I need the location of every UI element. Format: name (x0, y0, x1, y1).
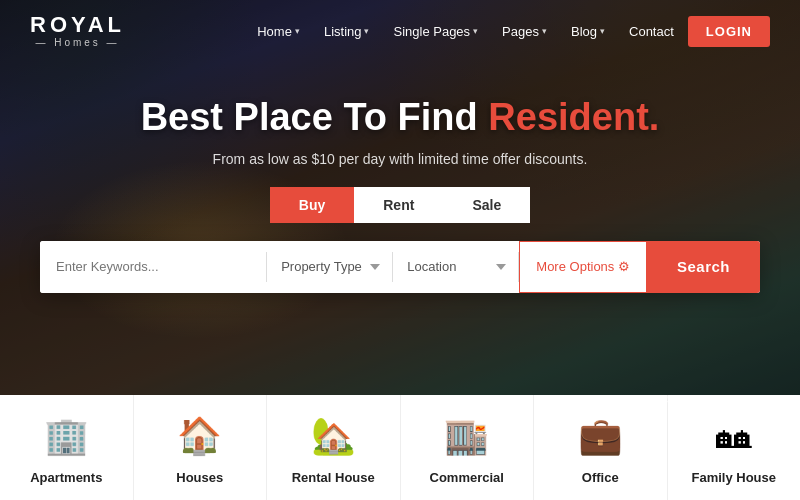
houses-icon: 🏠 (174, 410, 226, 462)
category-cards: 🏢 Apartments 🏠 Houses 🏡 Rental House 🏬 C… (0, 395, 800, 500)
search-bar: Property Type Location More Options ⚙ Se… (40, 241, 760, 293)
hero-title-accent: Resident. (488, 96, 659, 138)
hero-content: Best Place To Find Resident. From as low… (0, 95, 800, 293)
chevron-down-icon: ▾ (600, 26, 605, 36)
family-house-icon: 🏘 (708, 410, 760, 462)
nav-item-single-pages[interactable]: Single Pages ▾ (383, 18, 488, 45)
nav-item-blog[interactable]: Blog ▾ (561, 18, 615, 45)
category-commercial[interactable]: 🏬 Commercial (401, 395, 535, 500)
brand-name: ROYAL (30, 14, 125, 36)
category-houses[interactable]: 🏠 Houses (134, 395, 268, 500)
category-label: Houses (176, 470, 223, 485)
hero-subtitle: From as low as $10 per day with limited … (213, 151, 588, 167)
property-tabs: Buy Rent Sale (270, 187, 530, 223)
search-input[interactable] (40, 241, 266, 293)
commercial-icon: 🏬 (441, 410, 493, 462)
tab-rent[interactable]: Rent (354, 187, 443, 223)
location-select[interactable]: Location (393, 241, 518, 293)
nav-item-home[interactable]: Home ▾ (247, 18, 310, 45)
category-label: Family House (691, 470, 776, 485)
nav-links: Home ▾ Listing ▾ Single Pages ▾ Pages ▾ … (247, 16, 770, 47)
nav-item-contact[interactable]: Contact (619, 18, 684, 45)
logo[interactable]: ROYAL — Homes — (30, 14, 125, 48)
rental-house-icon: 🏡 (307, 410, 359, 462)
watermark: Go to Settings to activate Wind... (639, 394, 785, 405)
login-button[interactable]: LOGIN (688, 16, 770, 47)
hero-section: ROYAL — Homes — Home ▾ Listing ▾ Single … (0, 0, 800, 420)
chevron-down-icon: ▾ (473, 26, 478, 36)
category-rental-house[interactable]: 🏡 Rental House (267, 395, 401, 500)
category-apartments[interactable]: 🏢 Apartments (0, 395, 134, 500)
chevron-down-icon: ▾ (364, 26, 369, 36)
watermark-text: Go to Settings to activate Wind... (639, 394, 785, 405)
apartments-icon: 🏢 (40, 410, 92, 462)
search-button[interactable]: Search (647, 241, 760, 293)
category-label: Rental House (292, 470, 375, 485)
category-office[interactable]: 💼 Office (534, 395, 668, 500)
nav-item-listing[interactable]: Listing ▾ (314, 18, 380, 45)
category-label: Commercial (430, 470, 504, 485)
category-label: Office (582, 470, 619, 485)
hero-title-prefix: Best Place To Find (141, 96, 489, 138)
chevron-down-icon: ▾ (542, 26, 547, 36)
navbar: ROYAL — Homes — Home ▾ Listing ▾ Single … (0, 0, 800, 62)
tab-buy[interactable]: Buy (270, 187, 354, 223)
chevron-down-icon: ▾ (295, 26, 300, 36)
brand-subtitle: — Homes — (35, 38, 119, 48)
office-icon: 💼 (574, 410, 626, 462)
tab-sale[interactable]: Sale (443, 187, 530, 223)
more-options-button[interactable]: More Options ⚙ (519, 241, 647, 293)
category-label: Apartments (30, 470, 102, 485)
property-type-select[interactable]: Property Type (267, 241, 392, 293)
nav-item-pages[interactable]: Pages ▾ (492, 18, 557, 45)
category-family-house[interactable]: 🏘 Family House (668, 395, 801, 500)
hero-title: Best Place To Find Resident. (141, 95, 660, 141)
